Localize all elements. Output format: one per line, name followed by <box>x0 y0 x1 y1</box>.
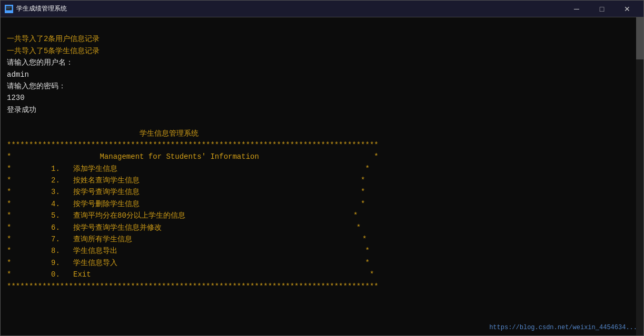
menu-item-1: * 1. 添加学生信息 * <box>7 165 370 173</box>
scrollbar-thumb[interactable] <box>636 17 643 59</box>
import-students-line: 一共导入了5条学生信息记录 <box>7 47 100 55</box>
blank-line-1 <box>7 318 11 326</box>
titlebar-buttons: ─ □ ✕ <box>564 1 639 17</box>
titlebar: 学生成绩管理系统 ─ □ ✕ <box>1 1 643 17</box>
username-prompt: 请输入您的用户名： <box>7 58 73 67</box>
menu-item-6: * 6. 按学号查询学生信息并修改 * <box>7 223 361 232</box>
menu-item-8: * 8. 学生信息导出 * <box>7 247 370 255</box>
system-title: 学生信息管理系统 <box>7 129 199 138</box>
menu-item-2: * 2. 按姓名查询学生信息 * <box>7 176 365 185</box>
menu-title: * Management for Students' Information * <box>7 152 379 161</box>
svg-rect-2 <box>6 7 12 7</box>
minimize-button[interactable]: ─ <box>564 1 589 17</box>
menu-item-4: * 4. 按学号删除学生信息 * <box>7 200 365 208</box>
window-title: 学生成绩管理系统 <box>16 4 67 13</box>
password-value: 1230 <box>7 94 25 102</box>
svg-rect-3 <box>6 8 10 8</box>
console-area[interactable]: 一共导入了2条用户信息记录 一共导入了5条学生信息记录 请输入您的用户名： ad… <box>1 17 643 335</box>
app-icon <box>5 5 13 13</box>
menu-item-0: * 0. Exit * <box>7 270 374 279</box>
watermark: https://blog.csdn.net/weixin_4454634... <box>489 324 637 331</box>
maximize-button[interactable]: □ <box>590 1 614 17</box>
password-prompt: 请输入您的密码： <box>7 82 66 90</box>
console-output: 一共导入了2条用户信息记录 一共导入了5条学生信息记录 请输入您的用户名： ad… <box>7 22 637 335</box>
menu-item-5: * 5. 查询平均分在80分以上学生的信息 * <box>7 211 358 220</box>
stars-top: ****************************************… <box>7 141 379 149</box>
import-users-line: 一共导入了2条用户信息记录 <box>7 35 100 43</box>
menu-item-3: * 3. 按学号查询学生信息 * <box>7 188 365 196</box>
titlebar-left: 学生成绩管理系统 <box>5 4 67 13</box>
scrollbar-track[interactable] <box>636 17 643 335</box>
main-window: 学生成绩管理系统 ─ □ ✕ 一共导入了2条用户信息记录 一共导入了5条学生信息… <box>0 0 644 336</box>
stars-bottom: ****************************************… <box>7 282 379 291</box>
menu-item-9: * 9. 学生信息导入 * <box>7 259 370 267</box>
close-button[interactable]: ✕ <box>615 1 639 17</box>
svg-rect-1 <box>7 11 11 12</box>
username-value: admin <box>7 70 29 79</box>
blank-line-2 <box>7 329 11 335</box>
menu-item-7: * 7. 查询所有学生信息 * <box>7 235 366 243</box>
login-success: 登录成功 <box>7 106 36 114</box>
